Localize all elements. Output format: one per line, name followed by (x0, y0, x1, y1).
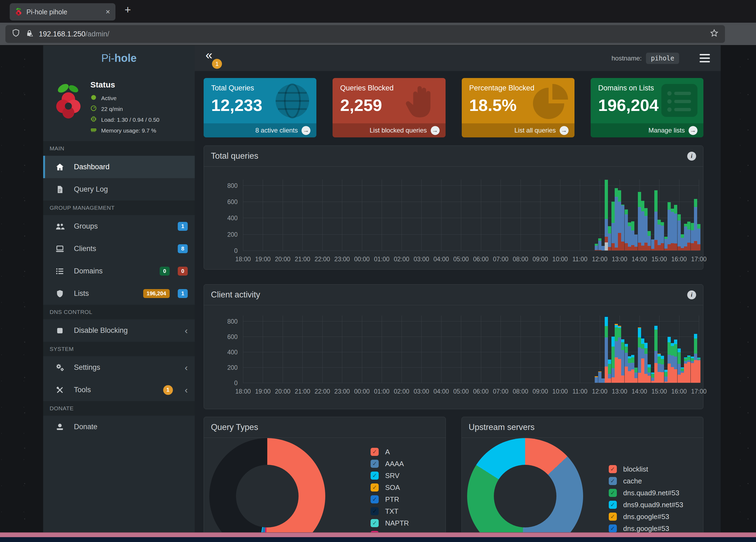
stacked-bar-14:10[interactable] (641, 336, 644, 383)
stacked-bar-12:40[interactable] (611, 337, 615, 383)
legend-checkbox-icon[interactable]: ✓ (609, 465, 617, 473)
stacked-bar-16:00[interactable] (678, 349, 681, 383)
legend-checkbox-icon[interactable]: ✓ (371, 519, 379, 527)
donut-chart[interactable] (209, 438, 325, 542)
card-footer-link[interactable]: List blocked queries→ (333, 123, 445, 137)
legend-item-a[interactable]: ✓ A (371, 448, 409, 456)
legend-item-txt[interactable]: ✓ TXT (371, 507, 409, 515)
stacked-bar-15:40[interactable] (671, 343, 674, 383)
stacked-bar-13:30[interactable] (628, 356, 631, 383)
legend-checkbox-icon[interactable]: ✓ (371, 472, 379, 480)
stacked-bar-13:00[interactable] (618, 326, 621, 383)
stat-card-domains-on-lists[interactable]: Domains on Lists 196,204 Manage lists→ (591, 78, 703, 137)
stacked-bar-15:30[interactable] (668, 202, 671, 250)
sidebar-collapse-button[interactable]: « (206, 47, 213, 62)
bookmark-star-icon[interactable] (710, 29, 719, 39)
stacked-bar-12:50[interactable] (615, 324, 618, 383)
legend-item-cache[interactable]: ✓ cache (609, 477, 683, 485)
legend-item-soa[interactable]: ✓ SOA (371, 483, 409, 492)
stacked-bar-16:30[interactable] (687, 221, 690, 250)
stacked-bar-15:20[interactable] (664, 370, 668, 383)
stacked-bar-13:30[interactable] (628, 222, 631, 250)
stacked-bar-13:20[interactable] (625, 344, 628, 383)
sidebar-item-dashboard[interactable]: Dashboard (43, 156, 195, 178)
stacked-bar-16:10[interactable] (681, 367, 684, 383)
stacked-bar-13:50[interactable] (634, 368, 638, 383)
stat-card-queries-blocked[interactable]: Queries Blocked 2,259 List blocked queri… (333, 78, 445, 137)
shield-icon[interactable] (12, 29, 20, 39)
stacked-bar-14:30[interactable] (648, 365, 651, 383)
stacked-bar-13:10[interactable] (621, 339, 624, 383)
stacked-bar-12:40[interactable] (611, 202, 615, 250)
stacked-bar-14:10[interactable] (641, 201, 644, 250)
legend-checkbox-icon[interactable]: ✓ (609, 489, 617, 497)
stacked-bar-13:50[interactable] (634, 234, 638, 250)
legend-checkbox-icon[interactable]: ✓ (371, 507, 379, 515)
stacked-bar-16:40[interactable] (691, 357, 694, 383)
stacked-bar-16:20[interactable] (684, 224, 687, 250)
stacked-bar-12:10[interactable] (601, 379, 605, 383)
stacked-bar-14:20[interactable] (644, 208, 648, 250)
stacked-bar-15:50[interactable] (674, 205, 677, 250)
legend-checkbox-icon[interactable]: ✓ (609, 513, 617, 521)
stacked-bar-12:30[interactable] (608, 360, 611, 383)
stacked-bar-11:50[interactable] (595, 376, 598, 383)
stacked-bar-12:00[interactable] (598, 238, 601, 250)
sidebar-item-tools[interactable]: Tools1‹ (43, 379, 195, 401)
stacked-bar-12:10[interactable] (601, 246, 605, 250)
legend-checkbox-icon[interactable]: ✓ (371, 495, 379, 503)
legend-item-dns.google#53[interactable]: ✓ dns.google#53 (609, 513, 683, 521)
card-footer-link[interactable]: 8 active clients→ (204, 123, 316, 137)
stacked-bar-13:40[interactable] (631, 221, 634, 250)
card-footer-link[interactable]: Manage lists→ (591, 123, 703, 137)
stacked-bar-16:50[interactable] (694, 199, 697, 250)
url-input[interactable]: 192.168.1.250/admin/ (5, 25, 725, 43)
legend-item-dns9.quad9.net#53[interactable]: ✓ dns9.quad9.net#53 (609, 501, 683, 509)
stacked-bar-14:00[interactable] (638, 328, 641, 383)
legend-item-dns.google#53[interactable]: ✓ dns.google#53 (609, 524, 683, 533)
pihole-logo[interactable]: Pi-hole (43, 45, 195, 71)
stacked-bar-16:30[interactable] (687, 356, 690, 383)
stacked-bar-16:00[interactable] (678, 214, 681, 250)
new-tab-button[interactable]: + (125, 4, 131, 16)
stacked-bar-13:40[interactable] (631, 355, 634, 383)
legend-checkbox-icon[interactable]: ✓ (371, 483, 379, 492)
sidebar-item-settings[interactable]: Settings‹ (43, 356, 195, 379)
sidebar-item-query-log[interactable]: Query Log (43, 178, 195, 200)
stacked-bar-15:50[interactable] (674, 340, 677, 383)
stacked-bar-13:10[interactable] (621, 204, 624, 250)
stacked-bar-17:00[interactable] (697, 224, 700, 250)
donut-chart[interactable] (467, 438, 583, 542)
stacked-bar-15:00[interactable] (658, 220, 661, 250)
stacked-bar-12:30[interactable] (608, 226, 611, 250)
stacked-bar-12:00[interactable] (598, 372, 601, 383)
tab-close-icon[interactable]: × (106, 8, 110, 16)
legend-item-aaaa[interactable]: ✓ AAAA (371, 460, 409, 468)
stacked-bar-12:50[interactable] (615, 188, 618, 250)
stacked-bar-13:20[interactable] (625, 209, 628, 250)
legend-item-dns.quad9.net#53[interactable]: ✓ dns.quad9.net#53 (609, 489, 683, 497)
sidebar-item-domains[interactable]: Domains00 (43, 260, 195, 282)
sidebar-item-groups[interactable]: Groups1 (43, 215, 195, 237)
legend-item-naptr[interactable]: ✓ NAPTR (371, 519, 409, 527)
stacked-bar-14:50[interactable] (654, 190, 658, 250)
stacked-bar-17:00[interactable] (697, 358, 700, 383)
stacked-bar-14:20[interactable] (644, 343, 648, 383)
menu-hamburger-icon[interactable] (700, 54, 710, 62)
info-icon[interactable]: i (687, 291, 696, 299)
legend-item-srv[interactable]: ✓ SRV (371, 472, 409, 480)
stat-card-total-queries[interactable]: Total Queries 12,233 8 active clients→ (204, 78, 316, 137)
stacked-bar-12:20[interactable] (605, 180, 608, 250)
stacked-bar-14:40[interactable] (651, 239, 654, 250)
stacked-bar-14:00[interactable] (638, 192, 641, 250)
stacked-bar-15:30[interactable] (668, 337, 671, 383)
browser-tab[interactable]: Pi-hole pihole × (10, 3, 115, 21)
legend-checkbox-icon[interactable]: ✓ (371, 448, 379, 456)
sidebar-item-lists[interactable]: Lists196,2041 (43, 282, 195, 305)
stacked-bar-15:20[interactable] (664, 237, 668, 250)
card-footer-link[interactable]: List all queries→ (462, 123, 574, 137)
stacked-bar-16:40[interactable] (691, 223, 694, 250)
stacked-bar-16:50[interactable] (694, 334, 697, 383)
sidebar-item-donate[interactable]: Donate (43, 416, 195, 438)
stacked-bar-16:20[interactable] (684, 357, 687, 383)
